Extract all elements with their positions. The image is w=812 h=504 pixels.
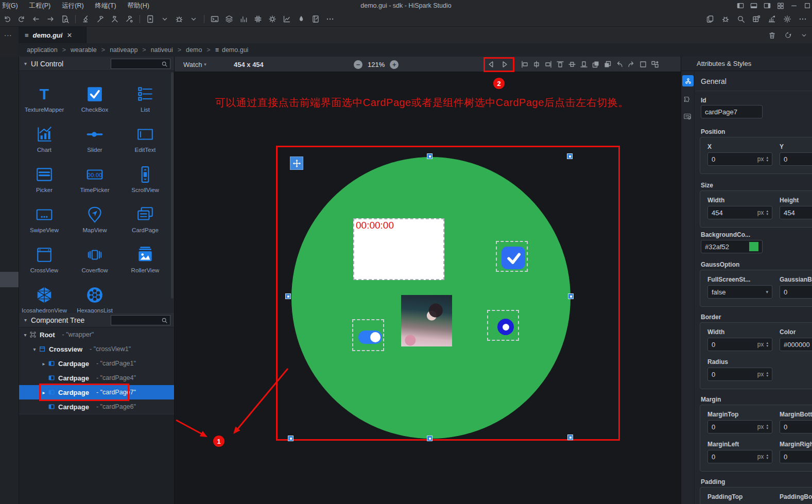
align-left-icon[interactable] — [521, 60, 529, 68]
menu-goto[interactable]: 到(G) — [2, 2, 18, 10]
layout-right-icon[interactable] — [764, 2, 771, 9]
image-widget[interactable] — [401, 295, 452, 346]
align-bottom-icon[interactable] — [580, 60, 588, 68]
build-all-icon[interactable] — [125, 15, 133, 23]
color-swatch[interactable] — [749, 242, 758, 251]
position-x-input[interactable]: 0px ▴▾ — [707, 152, 772, 166]
palette-item-edittext[interactable]: EditText — [120, 118, 170, 159]
rebuild-icon[interactable] — [111, 15, 119, 23]
palette-item-list[interactable]: List — [120, 78, 170, 118]
redo-icon[interactable] — [18, 15, 26, 23]
border-radius-input[interactable]: 0px ▴▾ — [707, 368, 772, 381]
tree-node-cardpage7[interactable]: ▸Cardpage- "cardPage7" — [19, 385, 174, 399]
crumb-wearable[interactable]: wearable — [71, 46, 97, 54]
layout-left-icon[interactable] — [737, 2, 744, 9]
palette-item-texturemapper[interactable]: TTextureMapper — [19, 78, 70, 118]
stepper-icon[interactable]: ▴▾ — [766, 210, 768, 216]
tab-overflow[interactable]: ... — [0, 27, 19, 57]
maximize-icon[interactable] — [804, 2, 811, 9]
id-input[interactable]: cardPage7 — [701, 105, 763, 118]
profiler-icon[interactable] — [768, 15, 776, 23]
margin-right-input[interactable]: 0 — [780, 450, 812, 463]
layout-bottom-icon[interactable] — [750, 2, 757, 9]
margin-bottom-input[interactable]: 0 — [780, 420, 812, 433]
zoom-out-button[interactable]: − — [354, 60, 362, 69]
design-canvas[interactable]: 可以通过直接点击前端界面选中CardPage或者是组件树选中CardPage后点… — [175, 72, 681, 504]
clock-widget[interactable]: 00:00:00 — [353, 218, 444, 280]
border-color-input[interactable]: #000000 — [780, 338, 812, 351]
checkbox-widget[interactable] — [496, 241, 528, 272]
undo-curve-icon[interactable] — [615, 60, 624, 68]
palette-item-crossview[interactable]: CrossView — [19, 239, 70, 279]
resize-handle-right[interactable] — [568, 293, 574, 299]
margin-left-input[interactable]: 0px ▴▾ — [707, 450, 772, 463]
fullscreen-select[interactable]: false▾ — [707, 285, 772, 299]
more-icon[interactable] — [799, 15, 807, 23]
clean-icon[interactable] — [82, 15, 90, 23]
terminal-icon[interactable] — [211, 15, 219, 23]
tree-node-crossview1[interactable]: ▾Crossview- "crossView1" — [19, 342, 174, 356]
palette-item-coverflow[interactable]: Coverflow — [70, 239, 120, 279]
crumb-demo-gui[interactable]: demo.gui — [222, 46, 248, 54]
expand-arrow-icon[interactable]: ▸ — [41, 361, 47, 367]
card-info-icon[interactable] — [683, 112, 693, 121]
ui-control-search-input[interactable] — [111, 59, 170, 69]
tab-demo-gui[interactable]: ≡ demo.gui ✕ — [19, 27, 87, 43]
layout-grid-icon[interactable] — [777, 2, 784, 9]
size-width-input[interactable]: 454px ▴▾ — [707, 206, 772, 219]
border-width-input[interactable]: 0px ▴▾ — [707, 338, 772, 351]
bug-icon[interactable] — [721, 15, 730, 23]
move-handle-icon[interactable] — [290, 157, 303, 170]
puzzle-icon[interactable] — [683, 96, 693, 105]
align-middle-icon[interactable] — [568, 60, 576, 68]
resize-handle-top-right[interactable] — [567, 153, 573, 159]
palette-item-mapview[interactable]: MapView — [70, 199, 120, 239]
gaussian-blur-input[interactable]: 0 — [780, 285, 812, 299]
search-icon[interactable] — [737, 15, 745, 23]
prev-icon[interactable] — [487, 60, 496, 69]
layers-icon[interactable] — [225, 15, 233, 23]
run-file-icon[interactable] — [146, 15, 154, 23]
collapse-triangle-icon[interactable]: ▾ — [24, 317, 27, 323]
flame-icon[interactable] — [297, 15, 305, 23]
tab-close-icon[interactable]: ✕ — [66, 31, 72, 39]
node-tree-icon[interactable] — [682, 75, 694, 86]
square-icon[interactable] — [639, 60, 647, 68]
resize-handle-left[interactable] — [285, 293, 291, 299]
crumb-demo[interactable]: demo — [186, 46, 202, 54]
palette-item-slider[interactable]: Slider — [70, 118, 120, 159]
align-top-icon[interactable] — [556, 60, 564, 68]
arrow-right-icon[interactable] — [46, 15, 55, 23]
menu-terminal[interactable]: 终端(T) — [95, 2, 116, 10]
align-right-icon[interactable] — [544, 60, 552, 68]
redo-curve-icon[interactable] — [627, 60, 635, 68]
menu-run[interactable]: 运行(R) — [62, 2, 83, 10]
replay-icon[interactable] — [784, 31, 792, 39]
trash-icon[interactable] — [768, 31, 776, 39]
collapse-arrow-icon[interactable]: ▾ — [31, 346, 38, 352]
component-tree-search-input[interactable] — [111, 315, 170, 325]
palette-item-scrollview[interactable]: ScrollView — [120, 159, 170, 199]
stepper-icon[interactable]: ▴▾ — [766, 156, 768, 162]
arrow-left-icon[interactable] — [32, 15, 40, 23]
minimize-icon[interactable] — [790, 2, 798, 9]
stepper-icon[interactable]: ▴▾ — [766, 454, 768, 460]
palette-item-cardpage[interactable]: CardPage — [120, 199, 170, 239]
position-y-input[interactable]: 0 — [780, 152, 812, 166]
device-selector[interactable]: Watch▾ — [183, 57, 206, 72]
palette-item-chart[interactable]: Chart — [19, 118, 70, 159]
crumb-nativeapp[interactable]: nativeapp — [110, 46, 137, 54]
more-icon[interactable] — [326, 15, 334, 23]
crumb-nativeui[interactable]: nativeui — [151, 46, 173, 54]
radio-button-widget[interactable] — [487, 310, 519, 341]
next-icon[interactable] — [500, 60, 509, 69]
line-chart-icon[interactable] — [283, 15, 291, 23]
palette-item-picker[interactable]: Picker — [19, 159, 70, 199]
margin-top-input[interactable]: 0px ▴▾ — [707, 420, 772, 433]
resize-handle-bottom-left[interactable] — [288, 436, 293, 441]
build-icon[interactable] — [96, 15, 105, 23]
align-center-h-icon[interactable] — [532, 60, 541, 68]
tree-node-cardpage6[interactable]: Cardpage- "cardPage6" — [19, 399, 174, 414]
collapsed-panel-tab[interactable] — [0, 272, 19, 287]
tree-node-cardpage1[interactable]: ▸Cardpage- "cardPage1" — [19, 356, 174, 371]
